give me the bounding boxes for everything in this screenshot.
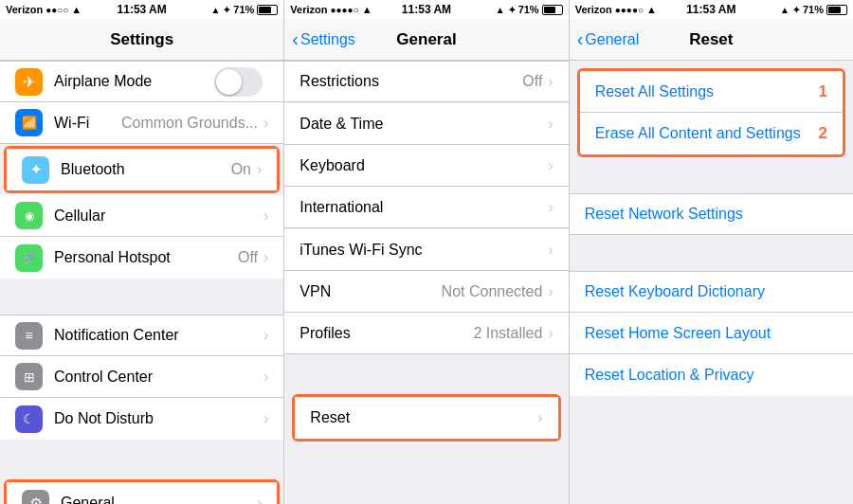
airplane-toggle[interactable] [214,67,263,97]
reset-homescreen-label: Reset Home Screen Layout [585,325,838,342]
restrictions-value: Off [522,73,542,90]
donotdisturb-list-icon: ☾ [15,405,43,433]
vpn-value: Not Connected [442,283,543,300]
bluetooth-icon-2: ✦ [508,5,516,15]
section-general-items: Restrictions Off › Date & Time › Keyboar… [284,61,568,354]
wifi-icon-2: ▲ [362,4,372,15]
reset-highlight-box: Reset › [292,394,560,441]
general-item-keyboard[interactable]: Keyboard › [284,145,568,187]
hotspot-chevron: › [263,249,268,266]
general-item-vpn[interactable]: VPN Not Connected › [284,271,568,313]
carrier-2: Verizon [290,4,327,15]
donotdisturb-chevron: › [263,410,268,427]
section-gap-2 [0,440,283,476]
panel-reset: Verizon ●●●●○ ▲ 11:53 AM ▲ ✦ 71% [570,0,853,504]
section-gap-reset-2 [570,235,853,271]
carrier-1: Verizon [6,4,43,15]
general-list: Restrictions Off › Date & Time › Keyboar… [284,61,568,504]
nav-bar-3: ‹ General Reset [570,19,853,61]
keyboard-chevron: › [548,157,553,174]
profiles-label: Profiles [299,325,473,342]
back-label-3: General [585,31,639,48]
reset-item-homescreen[interactable]: Reset Home Screen Layout [570,313,853,354]
airplane-icon: ✈ [15,68,43,96]
reset-item-network[interactable]: Reset Network Settings [570,193,853,235]
restrictions-label: Restrictions [299,73,522,90]
section-connectivity: ✈ Airplane Mode 📶 Wi-Fi Common Grounds..… [0,61,283,279]
general-label: General [61,495,257,504]
nav-title-1: Settings [110,30,173,49]
reset-item-erase-all[interactable]: Erase All Content and Settings 2 [580,113,843,154]
settings-item-bluetooth[interactable]: ✦ Bluetooth On › [7,149,277,190]
time-2: 11:53 AM [402,3,451,16]
battery-icon-2 [542,5,563,15]
settings-item-airplane[interactable]: ✈ Airplane Mode [0,61,283,102]
reset-location-label: Reset Location & Privacy [585,367,838,384]
location-icon-2: ▲ [496,5,505,15]
reset-highlighted-section: Reset All Settings 1 Erase All Content a… [577,68,845,157]
settings-item-notifications[interactable]: ≡ Notification Center › [0,315,283,356]
bluetooth-chevron: › [257,161,262,178]
reset-back-button[interactable]: ‹ General [577,28,640,50]
keyboard-label: Keyboard [299,157,548,174]
profiles-chevron: › [548,325,553,342]
general-item-restrictions[interactable]: Restrictions Off › [284,61,568,102]
wifi-label: Wi-Fi [54,115,121,132]
signal-2: ●●●●○ [330,5,358,15]
battery-icon-1 [257,5,278,15]
itunes-label: iTunes Wi-Fi Sync [299,242,548,259]
bluetooth-icon-1: ✦ [223,5,230,15]
wifi-icon-3: ▲ [646,4,657,15]
reset-list: Reset All Settings 1 Erase All Content a… [570,61,853,504]
settings-item-controlcenter[interactable]: ⊞ Control Center › [0,356,283,398]
settings-item-general[interactable]: ⚙ General › [7,482,277,504]
reset-network-label: Reset Network Settings [585,206,838,223]
hotspot-label: Personal Hotspot [54,249,238,266]
back-chevron-2: ‹ [292,28,299,50]
section-gap-1 [0,279,283,315]
location-icon-3: ▲ [780,5,789,15]
bluetooth-icon-3: ✦ [792,5,800,15]
general-item-datetime[interactable]: Date & Time › [284,103,568,145]
nav-title-3: Reset [689,30,733,49]
time-3: 11:53 AM [686,3,735,16]
notifications-chevron: › [263,327,268,344]
time-1: 11:53 AM [118,3,167,16]
reset-erase-all-label: Erase All Content and Settings [595,125,811,142]
back-label-2: Settings [300,31,355,48]
datetime-label: Date & Time [299,116,548,133]
section-reset-items: Reset Network Settings [570,193,853,235]
general-back-button[interactable]: ‹ Settings [292,28,354,50]
bluetooth-list-icon: ✦ [22,156,49,184]
signal-1: ●●○○ [45,5,68,15]
wifi-list-icon: 📶 [15,109,43,136]
nav-title-2: General [396,30,456,49]
general-chevron: › [257,495,262,504]
notifications-list-icon: ≡ [15,322,43,350]
reset-item-location[interactable]: Reset Location & Privacy [570,354,853,396]
controlcenter-label: Control Center [54,369,263,386]
reset-item-all-settings[interactable]: Reset All Settings 1 [580,71,843,113]
bluetooth-highlight-box: ✦ Bluetooth On › [4,146,280,193]
cellular-label: Cellular [54,207,263,225]
general-item-profiles[interactable]: Profiles 2 Installed › [284,313,568,354]
settings-item-hotspot[interactable]: 🔗 Personal Hotspot Off › [0,237,283,279]
settings-list-1: ✈ Airplane Mode 📶 Wi-Fi Common Grounds..… [0,61,283,504]
settings-item-wifi[interactable]: 📶 Wi-Fi Common Grounds... › [0,102,283,144]
general-highlight-box: ⚙ General › [4,479,280,504]
reset-item-keyboard[interactable]: Reset Keyboard Dictionary [570,271,853,313]
settings-item-cellular[interactable]: ◉ Cellular › [0,195,283,237]
wifi-chevron: › [263,115,268,132]
general-item-international[interactable]: International › [284,187,568,228]
battery-pct-2: 71% [518,4,539,15]
status-bar-2: Verizon ●●●●○ ▲ 11:53 AM ▲ ✦ 71% [284,0,568,19]
reset-label: Reset [310,409,537,426]
general-item-itunes[interactable]: iTunes Wi-Fi Sync › [284,229,568,271]
panel-general: Verizon ●●●●○ ▲ 11:53 AM ▲ ✦ 71% [284,0,569,504]
general-item-reset[interactable]: Reset › [295,397,557,439]
settings-item-donotdisturb[interactable]: ☾ Do Not Disturb › [0,398,283,440]
cellular-chevron: › [263,207,268,225]
reset-all-settings-label: Reset All Settings [595,83,811,100]
back-chevron-3: ‹ [577,28,584,50]
profiles-value: 2 Installed [473,325,542,342]
